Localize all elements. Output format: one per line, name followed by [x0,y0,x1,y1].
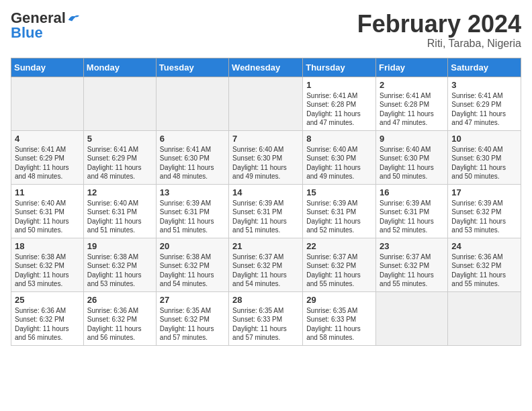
day-info: Sunrise: 6:40 AM Sunset: 6:30 PM Dayligh… [451,145,517,181]
calendar-cell: 7Sunrise: 6:40 AM Sunset: 6:30 PM Daylig… [229,130,303,184]
calendar-cell: 19Sunrise: 6:38 AM Sunset: 6:32 PM Dayli… [83,238,156,291]
day-number: 18 [15,241,80,251]
calendar-cell: 12Sunrise: 6:40 AM Sunset: 6:31 PM Dayli… [83,184,156,238]
calendar-cell: 5Sunrise: 6:41 AM Sunset: 6:29 PM Daylig… [83,130,156,184]
calendar-cell [11,77,84,130]
header-day-tuesday: Tuesday [156,58,228,77]
calendar-week-1: 4Sunrise: 6:41 AM Sunset: 6:29 PM Daylig… [11,130,521,184]
calendar-cell [156,77,228,130]
day-number: 13 [160,187,225,197]
calendar-cell: 22Sunrise: 6:37 AM Sunset: 6:32 PM Dayli… [303,238,376,291]
calendar-cell [448,291,521,345]
day-info: Sunrise: 6:39 AM Sunset: 6:31 PM Dayligh… [380,199,444,235]
title-section: February 2024 Riti, Taraba, Nigeria [357,11,521,50]
logo-general: General [11,11,66,26]
day-number: 11 [15,187,80,197]
day-number: 20 [160,241,225,251]
calendar-cell: 8Sunrise: 6:40 AM Sunset: 6:30 PM Daylig… [303,130,376,184]
calendar-cell: 17Sunrise: 6:39 AM Sunset: 6:32 PM Dayli… [448,184,521,238]
day-number: 3 [451,80,517,90]
day-info: Sunrise: 6:39 AM Sunset: 6:32 PM Dayligh… [451,199,517,235]
day-number: 16 [380,187,444,197]
day-number: 23 [380,241,444,251]
day-number: 22 [306,241,372,251]
calendar-cell: 28Sunrise: 6:35 AM Sunset: 6:33 PM Dayli… [229,291,303,345]
calendar-week-0: 1Sunrise: 6:41 AM Sunset: 6:28 PM Daylig… [11,77,521,130]
day-number: 2 [380,80,444,90]
header-day-saturday: Saturday [448,58,521,77]
day-info: Sunrise: 6:41 AM Sunset: 6:30 PM Dayligh… [160,145,225,181]
day-number: 1 [306,80,372,90]
calendar-cell: 26Sunrise: 6:36 AM Sunset: 6:32 PM Dayli… [83,291,156,345]
day-info: Sunrise: 6:35 AM Sunset: 6:32 PM Dayligh… [160,306,225,342]
calendar-cell: 6Sunrise: 6:41 AM Sunset: 6:30 PM Daylig… [156,130,228,184]
calendar-cell: 14Sunrise: 6:39 AM Sunset: 6:31 PM Dayli… [229,184,303,238]
calendar-cell: 2Sunrise: 6:41 AM Sunset: 6:28 PM Daylig… [376,77,448,130]
day-info: Sunrise: 6:38 AM Sunset: 6:32 PM Dayligh… [160,253,225,289]
calendar-cell: 1Sunrise: 6:41 AM Sunset: 6:28 PM Daylig… [303,77,376,130]
day-info: Sunrise: 6:36 AM Sunset: 6:32 PM Dayligh… [451,253,517,289]
day-number: 26 [87,295,152,305]
calendar-cell: 20Sunrise: 6:38 AM Sunset: 6:32 PM Dayli… [156,238,228,291]
calendar-cell: 13Sunrise: 6:39 AM Sunset: 6:31 PM Dayli… [156,184,228,238]
calendar-cell: 23Sunrise: 6:37 AM Sunset: 6:32 PM Dayli… [376,238,448,291]
day-info: Sunrise: 6:35 AM Sunset: 6:33 PM Dayligh… [306,306,372,342]
day-info: Sunrise: 6:40 AM Sunset: 6:31 PM Dayligh… [15,199,80,235]
day-number: 14 [232,187,299,197]
day-number: 9 [380,134,444,144]
day-number: 28 [232,295,299,305]
calendar-cell: 21Sunrise: 6:37 AM Sunset: 6:32 PM Dayli… [229,238,303,291]
day-info: Sunrise: 6:40 AM Sunset: 6:30 PM Dayligh… [232,145,299,181]
day-info: Sunrise: 6:38 AM Sunset: 6:32 PM Dayligh… [87,253,152,289]
day-number: 17 [451,187,517,197]
day-info: Sunrise: 6:36 AM Sunset: 6:32 PM Dayligh… [87,306,152,342]
day-info: Sunrise: 6:37 AM Sunset: 6:32 PM Dayligh… [232,253,299,289]
calendar-header-row: SundayMondayTuesdayWednesdayThursdayFrid… [11,58,521,77]
location-subtitle: Riti, Taraba, Nigeria [357,38,521,50]
logo-blue: Blue [11,26,43,40]
month-year-title: February 2024 [357,11,521,38]
day-number: 21 [232,241,299,251]
day-info: Sunrise: 6:41 AM Sunset: 6:29 PM Dayligh… [15,145,80,181]
day-info: Sunrise: 6:41 AM Sunset: 6:28 PM Dayligh… [306,91,372,128]
day-number: 25 [15,295,80,305]
calendar-cell: 4Sunrise: 6:41 AM Sunset: 6:29 PM Daylig… [11,130,84,184]
calendar-cell: 15Sunrise: 6:39 AM Sunset: 6:31 PM Dayli… [303,184,376,238]
calendar-cell: 16Sunrise: 6:39 AM Sunset: 6:31 PM Dayli… [376,184,448,238]
calendar-cell [83,77,156,130]
day-info: Sunrise: 6:39 AM Sunset: 6:31 PM Dayligh… [306,199,372,235]
day-info: Sunrise: 6:40 AM Sunset: 6:30 PM Dayligh… [306,145,372,181]
day-number: 15 [306,187,372,197]
day-info: Sunrise: 6:40 AM Sunset: 6:31 PM Dayligh… [87,199,152,235]
day-info: Sunrise: 6:39 AM Sunset: 6:31 PM Dayligh… [232,199,299,235]
day-number: 7 [232,134,299,144]
day-info: Sunrise: 6:38 AM Sunset: 6:32 PM Dayligh… [15,253,80,289]
header: General Blue February 2024 Riti, Taraba,… [11,11,521,50]
day-info: Sunrise: 6:37 AM Sunset: 6:32 PM Dayligh… [306,253,372,289]
calendar-cell: 10Sunrise: 6:40 AM Sunset: 6:30 PM Dayli… [448,130,521,184]
calendar-body: 1Sunrise: 6:41 AM Sunset: 6:28 PM Daylig… [11,77,521,345]
day-number: 5 [87,134,152,144]
calendar-week-2: 11Sunrise: 6:40 AM Sunset: 6:31 PM Dayli… [11,184,521,238]
header-day-thursday: Thursday [303,58,376,77]
calendar-cell [229,77,303,130]
calendar-cell [376,291,448,345]
calendar-cell: 18Sunrise: 6:38 AM Sunset: 6:32 PM Dayli… [11,238,84,291]
day-number: 27 [160,295,225,305]
day-number: 10 [451,134,517,144]
day-info: Sunrise: 6:37 AM Sunset: 6:32 PM Dayligh… [380,253,444,289]
day-info: Sunrise: 6:39 AM Sunset: 6:31 PM Dayligh… [160,199,225,235]
day-number: 29 [306,295,372,305]
day-number: 19 [87,241,152,251]
calendar-week-3: 18Sunrise: 6:38 AM Sunset: 6:32 PM Dayli… [11,238,521,291]
logo-bird-icon [67,13,79,23]
day-number: 24 [451,241,517,251]
day-info: Sunrise: 6:35 AM Sunset: 6:33 PM Dayligh… [232,306,299,342]
header-day-monday: Monday [83,58,156,77]
calendar-cell: 11Sunrise: 6:40 AM Sunset: 6:31 PM Dayli… [11,184,84,238]
day-info: Sunrise: 6:36 AM Sunset: 6:32 PM Dayligh… [15,306,80,342]
calendar-cell: 9Sunrise: 6:40 AM Sunset: 6:30 PM Daylig… [376,130,448,184]
day-number: 4 [15,134,80,144]
header-day-wednesday: Wednesday [229,58,303,77]
calendar-cell: 25Sunrise: 6:36 AM Sunset: 6:32 PM Dayli… [11,291,84,345]
